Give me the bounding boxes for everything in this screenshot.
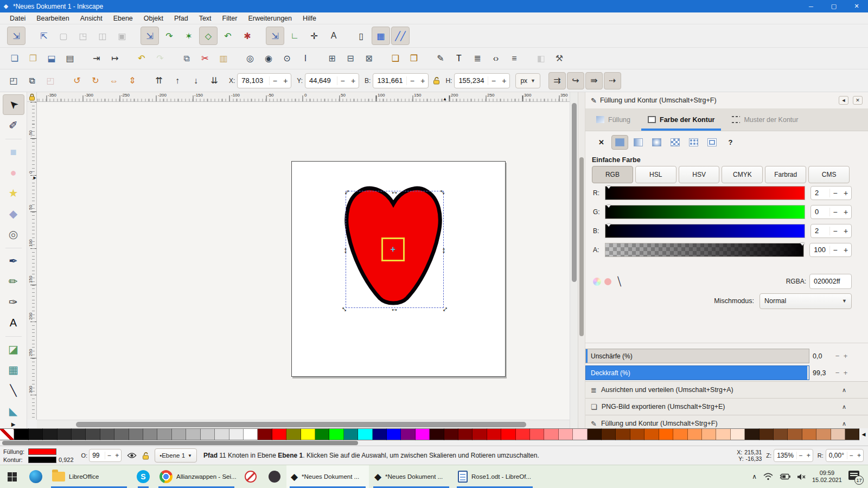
palette-swatch[interactable] — [157, 428, 171, 440]
transform-corners-toggle[interactable]: ↪ — [567, 72, 584, 89]
mode-cms-button[interactable]: CMS — [808, 166, 850, 183]
raise-button[interactable]: ↑ — [169, 72, 186, 89]
menu-item[interactable]: Ansicht — [75, 12, 108, 24]
opacity-minus[interactable]: − — [833, 369, 841, 377]
blur-value[interactable]: 0,0 — [813, 352, 833, 360]
palette-swatch[interactable] — [774, 428, 788, 440]
menu-item[interactable]: Objekt — [138, 12, 169, 24]
snap-bbox-corners-button[interactable]: ◳ — [74, 27, 92, 45]
snap-cusp-nodes-button[interactable]: ◇ — [199, 27, 218, 45]
paint-pattern-button[interactable] — [667, 135, 684, 150]
palette-swatch[interactable] — [172, 428, 186, 440]
blue-slider[interactable] — [605, 224, 805, 238]
palette-swatch[interactable] — [544, 428, 558, 440]
menu-item[interactable]: Bearbeiten — [31, 12, 74, 24]
color-wheel-icon[interactable] — [593, 278, 601, 286]
taskbar-app-red-button[interactable] — [239, 465, 263, 488]
dock-scrollbar[interactable] — [578, 92, 585, 428]
paint-none-button[interactable]: ✕ — [593, 135, 610, 150]
menu-item[interactable]: Pfad — [169, 12, 194, 24]
y-plus[interactable]: + — [348, 76, 359, 85]
blue-field[interactable]: 2−+ — [810, 224, 852, 238]
palette-swatch[interactable] — [760, 428, 774, 440]
selector-tool[interactable]: ➤ — [3, 94, 24, 115]
taskbar-chrome-button[interactable]: Allianzwappen - Sei... — [155, 465, 238, 488]
red-slider[interactable] — [605, 186, 805, 200]
paste-button[interactable]: ▥ — [215, 50, 232, 67]
menu-item[interactable]: Filter — [217, 12, 243, 24]
mode-rgb-button[interactable]: RGB — [592, 166, 633, 183]
flip-horizontal-button[interactable]: ⇔ — [105, 72, 123, 89]
snap-bbox-button[interactable]: ⇱ — [35, 27, 53, 45]
redo-button[interactable]: ↷ — [151, 50, 169, 67]
width-field[interactable]: 131,661−+ — [373, 73, 429, 88]
blur-minus[interactable]: − — [833, 352, 841, 360]
snap-guides-button[interactable]: ╱╱ — [391, 27, 410, 45]
height-minus[interactable]: − — [488, 76, 499, 85]
palette-swatch[interactable] — [788, 428, 802, 440]
palette-swatch[interactable] — [114, 428, 129, 440]
mode-hsv-button[interactable]: HSV — [679, 166, 720, 183]
palette-swatch[interactable] — [100, 428, 114, 440]
new-document-button[interactable]: ❏ — [6, 50, 23, 67]
align-dialog-button[interactable]: ≡ — [506, 50, 523, 67]
menu-item[interactable]: Datei — [4, 12, 31, 24]
palette-swatch[interactable] — [387, 428, 401, 440]
flip-vertical-button[interactable]: ⇕ — [124, 72, 141, 89]
palette-swatch[interactable] — [358, 428, 372, 440]
palette-scrollbar-thumb[interactable] — [2, 441, 358, 445]
palette-swatch[interactable] — [344, 428, 358, 440]
alpha-field[interactable]: 100−+ — [809, 243, 852, 257]
snap-midpoints-button[interactable]: ✱ — [238, 27, 257, 45]
snap-bbox-edge-midpoints-button[interactable]: ◫ — [93, 27, 112, 45]
scale-handle-w[interactable]: ↕ — [341, 245, 350, 254]
palette-swatch[interactable] — [573, 428, 587, 440]
palette-swatch[interactable] — [229, 428, 244, 440]
raise-to-top-button[interactable]: ⇈ — [150, 72, 168, 89]
chevron-up-icon[interactable]: ∧ — [842, 420, 846, 427]
tab-fuellung[interactable]: Füllung — [588, 108, 639, 131]
canvas-hscrollbar[interactable] — [37, 420, 570, 428]
palette-swatch[interactable] — [43, 428, 57, 440]
palette-swatch[interactable] — [430, 428, 444, 440]
palette-swatch[interactable] — [731, 428, 745, 440]
snap-grid-button[interactable]: ▦ — [372, 27, 390, 45]
paint-radial-gradient-button[interactable] — [648, 135, 665, 150]
lower-to-bottom-button[interactable]: ⇊ — [206, 72, 223, 89]
taskbar-writer-button[interactable]: Rose1.odt - LibreOf... — [454, 465, 536, 488]
alpha-slider[interactable] — [605, 243, 804, 257]
green-plus[interactable]: + — [840, 208, 851, 216]
unit-dropdown[interactable]: px▼ — [515, 73, 540, 88]
wifi-icon[interactable] — [763, 473, 773, 480]
taskbar-inkscape2-button[interactable]: ◆*Neues Dokument ... — [370, 465, 452, 488]
palette-swatch[interactable] — [559, 428, 573, 440]
color-dot-icon[interactable] — [604, 278, 611, 285]
layer-lock-button[interactable] — [142, 452, 149, 460]
palette-swatch[interactable] — [716, 428, 730, 440]
select-all-button[interactable]: ◰ — [5, 72, 22, 89]
rotation-plus[interactable]: + — [855, 452, 863, 459]
palette-swatch[interactable] — [215, 428, 229, 440]
x-plus[interactable]: + — [280, 76, 291, 85]
zoom-plus[interactable]: + — [805, 452, 813, 459]
palette-swatch[interactable] — [816, 428, 831, 440]
palette-swatch[interactable] — [630, 428, 644, 440]
palette-swatch[interactable] — [745, 428, 759, 440]
node-tool[interactable]: ✐ — [3, 115, 24, 136]
height-field[interactable]: 155,234−+ — [454, 73, 510, 88]
taskbar-skype-button[interactable]: S — [131, 465, 155, 488]
dock-scrollbar-thumb[interactable] — [579, 157, 584, 336]
snap-rotation-center-button[interactable]: ✛ — [305, 27, 323, 45]
taskbar-app-dark-button[interactable] — [263, 465, 286, 488]
transform-stroke-toggle[interactable]: ⇉ — [548, 72, 566, 89]
taskbar-clock[interactable]: 09:59 15.02.2021 — [812, 470, 842, 484]
taskbar-libreoffice-button[interactable]: LibreOffice — [48, 465, 130, 488]
deselect-button[interactable]: ◰ — [42, 72, 59, 89]
lock-guides-button[interactable] — [27, 92, 37, 102]
snap-nodes-button[interactable]: ⇲ — [141, 27, 159, 45]
green-field[interactable]: 0−+ — [810, 205, 852, 219]
palette-swatch[interactable] — [845, 428, 859, 440]
palette-swatch[interactable] — [244, 428, 258, 440]
notification-center-button[interactable]: 17 — [848, 470, 863, 484]
width-plus[interactable]: + — [417, 76, 428, 85]
